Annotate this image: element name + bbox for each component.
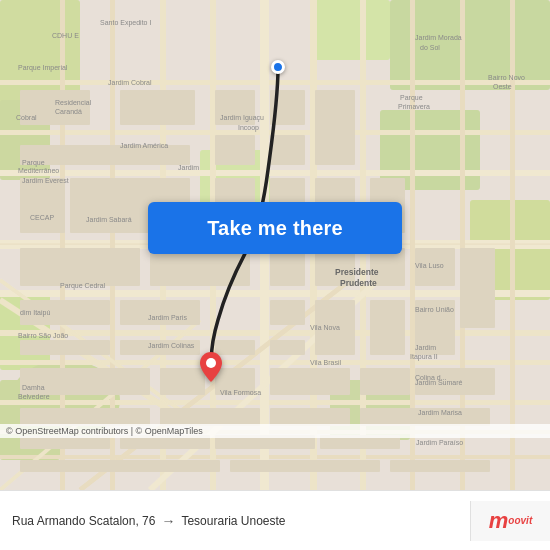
svg-rect-2 [310,0,390,60]
svg-rect-86 [390,460,490,472]
svg-text:Jardim Colinas: Jardim Colinas [148,342,195,349]
svg-rect-18 [0,80,550,85]
moovit-text: oovit [508,515,532,526]
svg-point-129 [206,358,216,368]
svg-text:Jardim Iguaçu: Jardim Iguaçu [220,114,264,122]
svg-text:Itapura II: Itapura II [410,353,438,361]
svg-text:Parque Cedral: Parque Cedral [60,282,106,290]
svg-text:Jardim Paraíso: Jardim Paraíso [416,439,463,446]
svg-text:Jardim Sabará: Jardim Sabará [86,216,132,223]
svg-text:Cobral: Cobral [16,114,37,121]
svg-text:Jardim: Jardim [415,344,436,351]
moovit-m-letter: m [489,508,508,534]
route-row: Rua Armando Scatalon, 76 → Tesouraria Un… [12,513,458,529]
svg-rect-55 [270,300,305,325]
destination-pin [200,352,222,386]
svg-text:Bairro São João: Bairro São João [18,332,68,339]
svg-rect-73 [270,368,350,395]
svg-text:Jardim Marisa: Jardim Marisa [418,409,462,416]
svg-text:dim Itaipú: dim Itaipú [20,309,50,317]
svg-rect-44 [20,248,140,286]
svg-text:Santo Expedito I: Santo Expedito I [100,19,151,27]
svg-text:Vila Brasil: Vila Brasil [310,359,341,366]
attribution-text: © OpenStreetMap contributors | © OpenMap… [6,426,203,436]
svg-text:Jardim: Jardim [178,164,199,171]
svg-rect-17 [0,130,550,135]
moovit-logo: m oovit [470,501,550,541]
map-attribution: © OpenStreetMap contributors | © OpenMap… [0,424,550,438]
route-info: Rua Armando Scatalon, 76 → Tesouraria Un… [0,513,470,529]
svg-text:Damha: Damha [22,384,45,391]
svg-rect-63 [370,300,405,355]
svg-rect-43 [20,178,65,233]
svg-text:Vila Formosa: Vila Formosa [220,389,261,396]
svg-rect-47 [120,300,200,325]
svg-text:Jardim Paris: Jardim Paris [148,314,187,321]
svg-text:Presidente: Presidente [335,267,379,277]
svg-rect-52 [270,135,305,165]
svg-rect-74 [360,368,410,395]
svg-rect-16 [0,170,550,176]
svg-text:Parque: Parque [22,159,45,167]
svg-rect-22 [0,455,550,459]
svg-text:Carandá: Carandá [55,108,82,115]
svg-text:Primavera: Primavera [398,103,430,110]
svg-text:CDHU E: CDHU E [52,32,79,39]
destination-label: Tesouraria Unoeste [181,514,285,528]
svg-rect-84 [20,460,220,472]
svg-rect-67 [20,340,110,355]
take-me-there-button[interactable]: Take me there [148,202,402,254]
svg-text:CECAP: CECAP [30,214,54,221]
svg-text:Colina d...: Colina d... [415,374,447,381]
svg-text:Jardim Everest: Jardim Everest [22,177,69,184]
svg-rect-49 [215,135,255,165]
svg-rect-40 [120,90,195,125]
origin-label: Rua Armando Scatalon, 76 [12,514,155,528]
svg-text:Jardim Morada: Jardim Morada [415,34,462,41]
svg-text:Mediterrâneo: Mediterrâneo [18,167,59,174]
svg-text:Jardim Cobral: Jardim Cobral [108,79,152,86]
svg-text:Bairro Novo: Bairro Novo [488,74,525,81]
svg-text:Belvedere: Belvedere [18,393,50,400]
button-label: Take me there [207,217,343,240]
arrow-icon: → [161,513,175,529]
svg-text:Vila Nova: Vila Nova [310,324,340,331]
svg-text:Incoop: Incoop [238,124,259,132]
start-location-dot [271,60,285,74]
svg-text:Parque: Parque [400,94,423,102]
svg-rect-19 [0,360,550,365]
svg-text:Prudente: Prudente [340,278,377,288]
svg-text:Vila Luso: Vila Luso [415,262,444,269]
svg-rect-66 [460,248,495,328]
map-container: CDHU E Santo Expedito I Parque Imperial … [0,0,550,490]
svg-text:Residencial: Residencial [55,99,92,106]
svg-rect-20 [0,400,550,405]
svg-rect-57 [315,90,355,165]
svg-text:Jardim América: Jardim América [120,142,168,149]
svg-text:Parque Imperial: Parque Imperial [18,64,68,72]
bottom-bar: Rua Armando Scatalon, 76 → Tesouraria Un… [0,490,550,550]
svg-text:Oeste: Oeste [493,83,512,90]
svg-rect-15 [0,330,550,336]
svg-rect-85 [230,460,380,472]
svg-rect-71 [160,368,205,395]
svg-rect-56 [270,340,305,355]
svg-text:Bairro União: Bairro União [415,306,454,313]
svg-text:do Sol: do Sol [420,44,440,51]
